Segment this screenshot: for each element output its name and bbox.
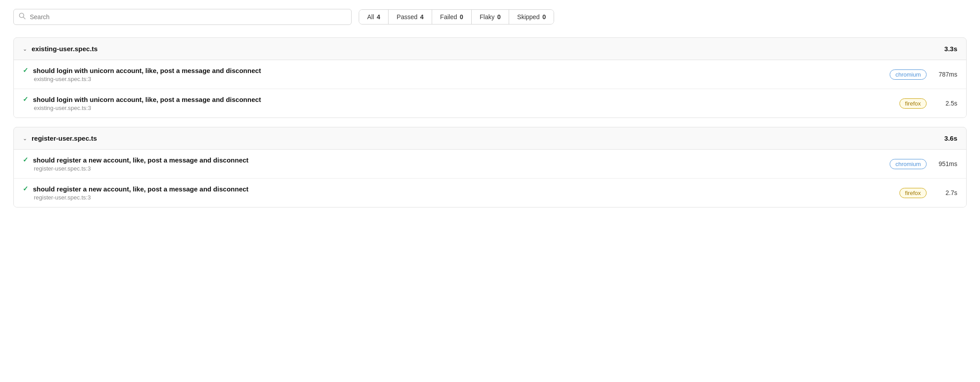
browser-badge-chromium: chromium	[890, 159, 927, 169]
table-row[interactable]: ✓should login with unicorn account, like…	[14, 60, 966, 89]
check-icon: ✓	[23, 185, 28, 193]
test-title: should register a new account, like, pos…	[33, 156, 248, 164]
filter-label-passed: Passed	[397, 13, 417, 20]
filter-btn-all[interactable]: All4	[359, 10, 389, 24]
test-row-left: ✓should login with unicorn account, like…	[23, 66, 261, 82]
group-duration: 3.6s	[944, 134, 957, 142]
test-title-line: ✓should login with unicorn account, like…	[23, 95, 261, 103]
group-header-left: ⌄existing-user.spec.ts	[23, 45, 97, 53]
test-file: existing-user.spec.ts:3	[34, 105, 261, 111]
test-file: register-user.spec.ts:3	[34, 194, 248, 201]
filter-count-flaky: 0	[497, 13, 501, 20]
filter-count-failed: 0	[460, 13, 463, 20]
filter-label-failed: Failed	[440, 13, 457, 20]
test-row-right: chromium787ms	[890, 69, 957, 80]
test-title: should register a new account, like, pos…	[33, 185, 248, 193]
check-icon: ✓	[23, 156, 28, 164]
test-file: existing-user.spec.ts:3	[34, 76, 261, 82]
test-duration: 951ms	[933, 160, 957, 167]
test-row-left: ✓should register a new account, like, po…	[23, 156, 248, 172]
search-input[interactable]	[13, 9, 352, 25]
test-row-left: ✓should login with unicorn account, like…	[23, 95, 261, 111]
test-row-left: ✓should register a new account, like, po…	[23, 185, 248, 201]
test-file: register-user.spec.ts:3	[34, 165, 248, 172]
browser-badge-firefox: firefox	[899, 188, 927, 198]
filter-btn-flaky[interactable]: Flaky0	[472, 10, 509, 24]
group-header-existing-user[interactable]: ⌄existing-user.spec.ts3.3s	[14, 38, 966, 60]
test-duration: 2.5s	[933, 100, 957, 107]
test-title: should login with unicorn account, like,…	[33, 67, 261, 74]
test-row-right: chromium951ms	[890, 159, 957, 169]
filter-btn-passed[interactable]: Passed4	[389, 10, 432, 24]
test-title-line: ✓should register a new account, like, po…	[23, 156, 248, 164]
test-title-line: ✓should register a new account, like, po…	[23, 185, 248, 193]
test-title-line: ✓should login with unicorn account, like…	[23, 66, 261, 74]
test-row-right: firefox2.7s	[899, 188, 957, 198]
table-row[interactable]: ✓should register a new account, like, po…	[14, 179, 966, 207]
test-group-register-user: ⌄register-user.spec.ts3.6s✓should regist…	[13, 127, 967, 207]
filter-label-all: All	[367, 13, 374, 20]
test-row-right: firefox2.5s	[899, 98, 957, 109]
test-title: should login with unicorn account, like,…	[33, 96, 261, 103]
filter-label-skipped: Skipped	[517, 13, 540, 20]
group-header-left: ⌄register-user.spec.ts	[23, 134, 97, 142]
check-icon: ✓	[23, 95, 28, 103]
browser-badge-firefox: firefox	[899, 98, 927, 109]
filter-count-all: 4	[377, 13, 381, 20]
test-duration: 2.7s	[933, 189, 957, 196]
filter-count-passed: 4	[420, 13, 424, 20]
filter-buttons: All4Passed4Failed0Flaky0Skipped0	[359, 9, 554, 24]
filter-btn-failed[interactable]: Failed0	[432, 10, 472, 24]
group-name: register-user.spec.ts	[32, 134, 97, 142]
browser-badge-chromium: chromium	[890, 69, 927, 80]
filter-count-skipped: 0	[543, 13, 546, 20]
test-groups: ⌄existing-user.spec.ts3.3s✓should login …	[13, 37, 967, 207]
group-name: existing-user.spec.ts	[32, 45, 97, 53]
filter-label-flaky: Flaky	[480, 13, 494, 20]
group-header-register-user[interactable]: ⌄register-user.spec.ts3.6s	[14, 127, 966, 150]
search-wrapper	[13, 9, 352, 25]
group-duration: 3.3s	[944, 45, 957, 53]
chevron-down-icon: ⌄	[23, 135, 27, 142]
table-row[interactable]: ✓should login with unicorn account, like…	[14, 89, 966, 118]
test-group-existing-user: ⌄existing-user.spec.ts3.3s✓should login …	[13, 37, 967, 118]
toolbar: All4Passed4Failed0Flaky0Skipped0	[13, 9, 967, 25]
chevron-down-icon: ⌄	[23, 46, 27, 52]
filter-btn-skipped[interactable]: Skipped0	[509, 10, 554, 24]
table-row[interactable]: ✓should register a new account, like, po…	[14, 150, 966, 179]
test-duration: 787ms	[933, 71, 957, 78]
check-icon: ✓	[23, 66, 28, 74]
